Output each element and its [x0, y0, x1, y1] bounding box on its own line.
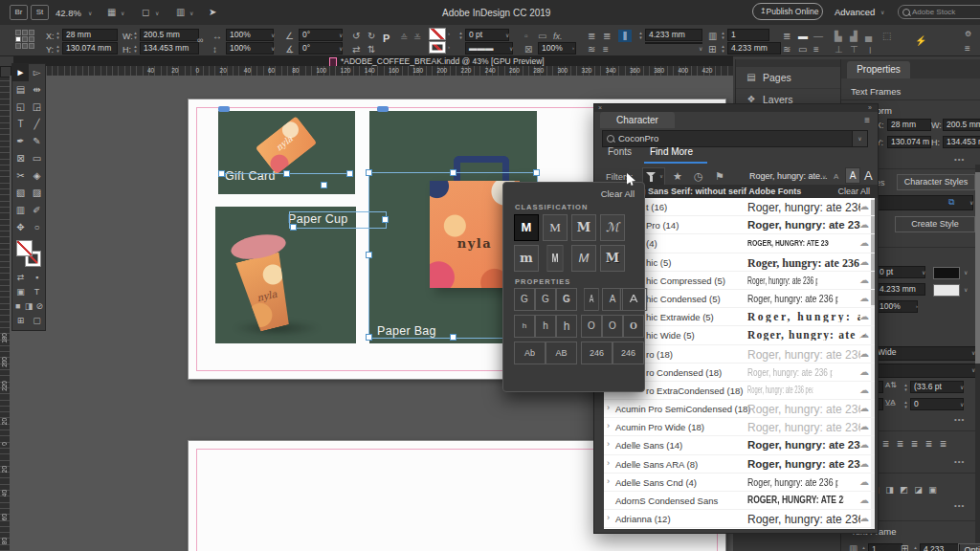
popup-clear-all-button[interactable]: Clear All	[601, 188, 635, 199]
character-panel-tab[interactable]: Character	[600, 112, 675, 128]
dash-icon[interactable]: —	[813, 31, 823, 41]
apply-none-button[interactable]: ⊘	[34, 299, 45, 314]
rotate-ccw-icon[interactable]: ↺	[352, 31, 360, 41]
property-width-button-2[interactable]: A	[620, 288, 648, 311]
cloud-download-icon[interactable]: ☁	[859, 293, 869, 303]
selection-handle[interactable]	[533, 169, 540, 176]
classification-slab-button[interactable]: M	[571, 214, 596, 241]
fill-color-well[interactable]	[933, 284, 960, 297]
classification-handwritten-button[interactable]: M	[571, 245, 596, 272]
expand-chevron-icon[interactable]: ›	[607, 458, 610, 468]
property-width-button-0[interactable]: A	[584, 288, 598, 311]
appearance-stroke-field[interactable]: 0 pt	[876, 266, 925, 278]
stroke-style-chevron-icon[interactable]: ∨	[509, 45, 513, 52]
font-list-row[interactable]: ›Adelle Sans (14)Roger, hungry: ate 236 …	[604, 436, 875, 454]
offset-field[interactable]: 4.233 mm	[876, 283, 925, 296]
paragraph-spacing-icon[interactable]: ≣	[783, 31, 791, 41]
property-contrast-button-2[interactable]: O	[623, 315, 644, 338]
text-frame-options-button[interactable]: Options	[958, 543, 980, 551]
selection-handle[interactable]	[283, 170, 290, 177]
effects-fx-icon[interactable]: fx.	[553, 32, 563, 41]
view-options-icon[interactable]: ▦	[107, 7, 116, 17]
rule-icon[interactable]: ▭	[798, 44, 807, 55]
create-style-button[interactable]: Create Style	[895, 216, 975, 232]
rotation-chevron-icon[interactable]: ∨	[339, 32, 343, 38]
object-style-icon[interactable]: ▭	[538, 31, 546, 41]
rotate-cw-icon[interactable]: ↻	[368, 31, 375, 41]
paragraph-more-options[interactable]: •••	[954, 457, 965, 466]
gift-card-image-frame[interactable]: nyla Gift Card	[218, 111, 355, 194]
stroke-color-well[interactable]	[933, 267, 960, 279]
property-xheight-button-0[interactable]: h	[514, 315, 535, 338]
control-menu-icon[interactable]: ≡	[965, 43, 970, 54]
note-tool[interactable]: ▥	[12, 202, 29, 219]
collapse-icon[interactable]: »	[868, 104, 872, 112]
formatting-container-button[interactable]: ▣	[12, 285, 29, 299]
transform-more-options[interactable]: •••	[954, 155, 965, 164]
pointer-mode-icon[interactable]: ➤	[209, 7, 216, 17]
tf-gutter-field[interactable]: 4.233	[920, 543, 960, 551]
tf-gutter-stepper[interactable]: ▴▾	[912, 545, 919, 551]
w-field[interactable]: 200.5 mm	[140, 29, 199, 41]
frame-more-options[interactable]: •••	[954, 501, 965, 510]
selection-handle[interactable]	[321, 182, 327, 188]
workspace-chevron-icon[interactable]: ∨	[880, 9, 884, 15]
sample-size-large-button[interactable]: A	[864, 168, 873, 183]
y-stepper[interactable]: ▴▾	[55, 44, 61, 54]
sample-text-chevron-icon[interactable]: ∨	[822, 173, 826, 180]
close-icon[interactable]: ×	[598, 104, 602, 112]
cloud-download-icon[interactable]: ☁	[859, 476, 869, 487]
y-field[interactable]: 130.074 mm	[62, 42, 118, 55]
classification-script-button[interactable]: ℳ	[600, 214, 625, 241]
gutter-field[interactable]: 4.233 mm	[727, 42, 781, 55]
zoom-chevron-icon[interactable]: ∨	[88, 10, 92, 16]
document-layout-icon[interactable]: ▥	[176, 7, 185, 17]
frame-align-icon[interactable]: ◨	[882, 484, 897, 496]
columns-field[interactable]: 1	[727, 29, 769, 41]
property-figures-button-0[interactable]: 246	[581, 342, 612, 364]
frame-align-icon[interactable]: ▣	[925, 484, 940, 496]
panel-menu-icon[interactable]: ≡	[864, 115, 870, 125]
drop-shadow-icon[interactable]: ▫	[524, 31, 528, 41]
property-contrast-button-0[interactable]: O	[581, 315, 602, 338]
stroke-weight-stepper[interactable]: ▴▾	[457, 31, 464, 40]
selection-handle[interactable]	[346, 170, 353, 177]
tracking-chevron-icon[interactable]: ∨	[960, 401, 964, 408]
screen-mode-chevron-icon[interactable]: ∨	[155, 10, 159, 16]
frame-badge[interactable]	[218, 106, 230, 112]
swatch-dropdown[interactable]	[645, 42, 702, 44]
cloud-download-icon[interactable]: ☁	[859, 513, 869, 523]
cloud-download-icon[interactable]: ☁	[859, 311, 869, 321]
fonts-tab[interactable]: Fonts	[608, 146, 632, 157]
columns-stepper[interactable]: ▴▾	[720, 31, 726, 40]
expand-chevron-icon[interactable]: ›	[607, 421, 610, 430]
fit-frame-to-content-icon[interactable]: ⫼	[618, 30, 632, 42]
cloud-download-icon[interactable]: ☁	[859, 237, 869, 248]
font-variant-dropdown[interactable]	[874, 364, 977, 378]
font-list-row[interactable]: AdornS Condensed SansROGER, HUNGRY: ATE …	[604, 492, 875, 510]
document-tab[interactable]: *ADOBE_COFFEE_BREAK.indd @ 43% [GPU Prev…	[341, 56, 545, 66]
h-stepper[interactable]: ▴▾	[132, 44, 139, 54]
stroke-color-chevron-icon[interactable]: ∨	[964, 269, 968, 276]
panel-tab-pages[interactable]: ▤Pages	[736, 67, 841, 88]
h-field[interactable]: 134.453 mm	[140, 42, 199, 55]
workspace-menu[interactable]: Advanced	[835, 7, 875, 17]
cloud-download-icon[interactable]: ☁	[859, 421, 869, 431]
scale-x-field[interactable]: 100%	[226, 29, 274, 41]
select-next-icon[interactable]: ≚	[413, 33, 421, 43]
quick-actions-icon[interactable]: ⚡	[915, 35, 926, 46]
content-collector-tool[interactable]: ◱	[12, 99, 29, 116]
sample-text-dropdown[interactable]: Roger, hungry: ate...	[749, 171, 828, 181]
rectangle-tool[interactable]: ▭	[29, 150, 45, 167]
x-field[interactable]: 28 mm	[62, 29, 118, 41]
panel-scrollbar-thumb[interactable]	[975, 172, 980, 364]
tint-chevron-icon[interactable]: ›	[916, 303, 918, 309]
tf-y-field[interactable]: 130.074 m	[887, 136, 931, 148]
expand-chevron-icon[interactable]: ›	[607, 403, 610, 412]
paragraph-align-icon[interactable]: ≣	[936, 438, 950, 450]
direct-selection-tool[interactable]: ▻	[29, 64, 45, 81]
sample-size-medium-button[interactable]: A	[845, 167, 860, 184]
flip-vertical-icon[interactable]: ⇅	[368, 44, 375, 55]
find-more-tab[interactable]: Find More	[650, 146, 693, 157]
cloud-download-icon[interactable]: ☁	[859, 385, 869, 395]
